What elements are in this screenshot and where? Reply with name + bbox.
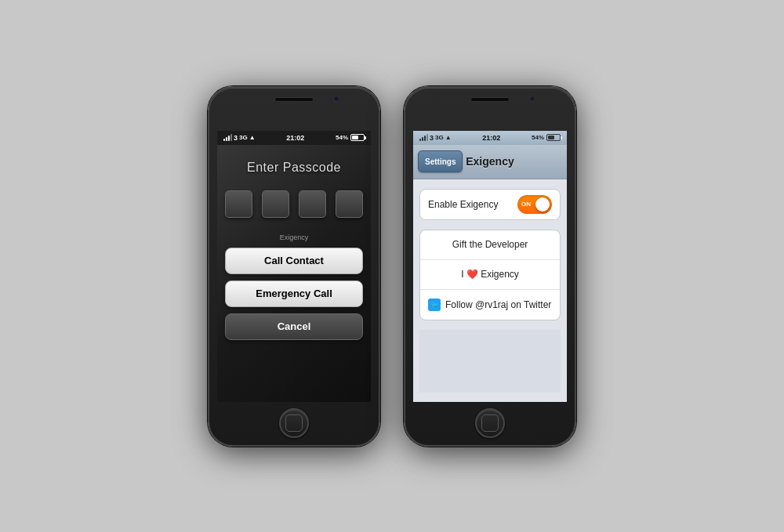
cancel-button[interactable]: Cancel	[225, 313, 363, 340]
earpiece	[274, 97, 314, 102]
earpiece-right	[470, 97, 510, 102]
battery-icon-left	[350, 134, 365, 141]
status-left-right: 3 3G ▲	[419, 134, 452, 142]
status-left: 3 3G ▲	[223, 134, 256, 142]
enable-exigency-row[interactable]: Enable Exigency ON	[420, 190, 560, 219]
settings-group-toggle: Enable Exigency ON	[419, 189, 561, 220]
toggle-on-text: ON	[521, 201, 531, 208]
home-button-right[interactable]	[475, 408, 505, 438]
passcode-title: Enter Passcode	[247, 161, 341, 175]
signal-icon-right	[419, 134, 428, 141]
status-right-right: 54%	[532, 134, 561, 141]
carrier-label-right: 3	[430, 134, 434, 142]
home-button-inner-right	[481, 414, 499, 432]
exigency-sublabel: Exigency	[280, 233, 309, 241]
left-phone: 3 3G ▲ 21:02 54% Enter Passcode	[208, 86, 380, 447]
right-phone-top	[405, 88, 575, 131]
front-camera	[333, 96, 339, 102]
twitter-row[interactable]: 🐦 Follow @rv1raj on Twitter	[420, 290, 560, 320]
i-love-exigency-label: I ❤️ Exigency	[428, 269, 552, 280]
battery-icon-right	[546, 134, 561, 141]
enable-exigency-label: Enable Exigency	[428, 199, 517, 210]
passcode-screen: Enter Passcode Exigency Call Contact Eme…	[217, 145, 371, 402]
dot-4	[336, 190, 363, 218]
call-contact-button[interactable]: Call Contact	[225, 248, 363, 274]
back-button[interactable]: Settings	[418, 150, 463, 172]
twitter-label: Follow @rv1raj on Twitter	[445, 299, 552, 310]
battery-pct-right: 54%	[532, 134, 544, 141]
nav-title: Exigency	[466, 155, 514, 168]
wifi-icon: ▲	[249, 134, 256, 141]
gift-developer-label: Gift the Developer	[428, 239, 552, 250]
empty-settings-area	[419, 330, 561, 393]
right-phone-bottom	[405, 402, 575, 445]
carrier-label: 3	[234, 134, 238, 142]
right-phone: 3 3G ▲ 21:02 54% Settings Exigency Enabl…	[404, 86, 576, 447]
passcode-content: Enter Passcode Exigency Call Contact Eme…	[217, 145, 371, 402]
settings-nav: Settings Exigency	[413, 145, 567, 179]
twitter-bird-icon: 🐦	[430, 301, 439, 309]
network-label-right: 3G	[435, 134, 444, 141]
network-label: 3G	[239, 134, 248, 141]
dot-2	[262, 190, 289, 218]
front-camera-right	[529, 96, 535, 102]
home-button-inner-left	[285, 414, 303, 432]
left-phone-bottom	[209, 402, 379, 445]
dot-1	[225, 190, 252, 218]
status-bar-right: 3 3G ▲ 21:02 54%	[413, 131, 567, 145]
dot-3	[299, 190, 326, 218]
signal-icon	[223, 134, 232, 141]
emergency-call-button[interactable]: Emergency Call	[225, 280, 363, 307]
i-love-exigency-row[interactable]: I ❤️ Exigency	[420, 260, 560, 290]
status-right-left: 54%	[336, 134, 365, 141]
left-phone-screen: 3 3G ▲ 21:02 54% Enter Passcode	[217, 131, 371, 402]
enable-exigency-toggle[interactable]: ON	[517, 195, 552, 214]
twitter-icon: 🐦	[428, 299, 441, 311]
wifi-icon-right: ▲	[445, 134, 452, 141]
settings-body: Enable Exigency ON Gift the Developer I …	[413, 179, 567, 402]
battery-pct-left: 54%	[336, 134, 348, 141]
left-phone-top	[209, 88, 379, 131]
time-display-left: 21:02	[286, 134, 304, 142]
gift-developer-row[interactable]: Gift the Developer	[420, 230, 560, 260]
toggle-thumb	[535, 197, 550, 212]
right-phone-screen: 3 3G ▲ 21:02 54% Settings Exigency Enabl…	[413, 131, 567, 402]
passcode-dots	[225, 190, 363, 218]
status-bar-left: 3 3G ▲ 21:02 54%	[217, 131, 371, 145]
home-button-left[interactable]	[279, 408, 309, 438]
settings-group-links: Gift the Developer I ❤️ Exigency 🐦 Follo…	[419, 230, 561, 320]
passcode-buttons: Call Contact Emergency Call Cancel	[217, 248, 371, 340]
time-display-right: 21:02	[482, 134, 500, 142]
